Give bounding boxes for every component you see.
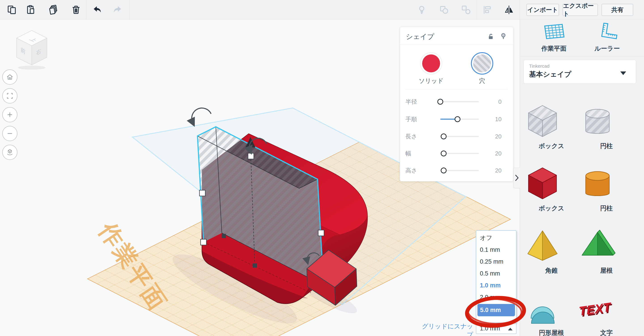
slider-width: 幅 20 (406, 149, 508, 158)
toolbar-separator (520, 0, 520, 20)
chevron-right-icon (514, 174, 520, 182)
sidebar-divider (520, 56, 644, 57)
hole-cylinder-icon (578, 103, 616, 139)
gallery-item-hole-box[interactable]: ボックス (524, 103, 580, 150)
caret-down-icon (620, 71, 626, 75)
gallery-item-roof[interactable]: 屋根 (578, 227, 634, 275)
tinkercad-editor: 作業平面 (0, 0, 644, 336)
delete-icon[interactable] (71, 5, 82, 15)
material-hole-option[interactable] (471, 52, 493, 75)
export-button[interactable]: エクスポート (562, 4, 598, 16)
shape-inspector-panel: シェイプ ソリッド 穴 半径 0 手順 10 (400, 27, 514, 182)
import-button[interactable]: インポート (526, 4, 559, 16)
sidebar-item-ruler[interactable]: ルーラー (582, 23, 633, 53)
lightbulb-icon[interactable] (499, 32, 507, 41)
box-icon (524, 165, 562, 202)
mirror-icon[interactable] (504, 5, 514, 15)
gallery-item-round-roof[interactable]: 円形屋根 (524, 289, 580, 336)
paste-icon[interactable] (25, 5, 36, 15)
unlock-icon[interactable] (487, 33, 494, 41)
ungroup-icon (461, 5, 471, 15)
text-shape-icon: TEXT TEXT (578, 289, 616, 326)
snap-option-0-5[interactable]: 0.5 mm (476, 268, 516, 280)
snap-option-0-25[interactable]: 0.25 mm (476, 256, 516, 268)
snap-to-grid-label: グリッドにスナップ (418, 322, 473, 336)
view-cube[interactable]: 上 前 右 (12, 27, 52, 71)
panel-title: シェイプ (406, 32, 434, 42)
caret-up-icon (508, 328, 512, 330)
zoom-out-button[interactable] (2, 126, 18, 141)
snap-option-off[interactable]: オフ (476, 232, 516, 244)
hole-swatch (473, 54, 491, 72)
toolbar-separator (129, 0, 130, 20)
snap-option-1-0-current[interactable]: 1.0 mm (476, 280, 516, 291)
slider-height: 高さ 20 (406, 166, 508, 175)
gallery-item-pyramid[interactable]: 角錐 (524, 227, 580, 275)
gallery-item-cylinder[interactable]: 円柱 (578, 165, 634, 213)
slider-steps: 手順 10 (406, 115, 508, 124)
hole-label: 穴 (464, 77, 500, 85)
snap-option-0-1[interactable]: 0.1 mm (476, 244, 516, 256)
material-solid-option[interactable] (420, 52, 442, 75)
slider-handle[interactable] (454, 116, 460, 122)
snap-grid-menu: オフ 0.1 mm 0.25 mm 0.5 mm 1.0 mm 2.0 mm 5… (476, 230, 516, 323)
copy-icon[interactable] (7, 5, 18, 15)
toolbar-separator (86, 0, 86, 20)
slider-handle[interactable] (438, 99, 443, 105)
duplicate-icon[interactable] (48, 5, 59, 15)
fit-view-button[interactable] (2, 88, 18, 103)
snap-option-2-0[interactable]: 2.0 mm (476, 291, 516, 303)
workplane-icon (542, 23, 566, 42)
roof-icon (578, 227, 616, 264)
slider-handle[interactable] (441, 133, 446, 139)
slider-handle[interactable] (441, 150, 446, 156)
sidebar-collapse-tab[interactable] (514, 167, 520, 188)
undo-icon[interactable] (92, 5, 103, 15)
slider-handle[interactable] (441, 167, 446, 173)
solid-swatch (422, 54, 440, 72)
round-roof-icon (524, 289, 562, 326)
slider-length: 長さ 20 (406, 132, 508, 141)
snap-grid-select[interactable]: 1.0 mm (476, 323, 516, 334)
ruler-icon (595, 23, 620, 42)
top-toolbar: インポート エクスポート 共有 (0, 0, 644, 20)
panel-divider (400, 45, 513, 45)
cylinder-icon (578, 165, 616, 202)
snap-option-5-0-highlighted[interactable]: 5.0 mm (478, 304, 515, 316)
slider-radius: 半径 0 (406, 97, 508, 106)
redo-icon (112, 5, 122, 15)
gallery-item-box[interactable]: ボックス (524, 165, 580, 213)
shape-category-select[interactable]: Tinkercad 基本シェイプ (524, 60, 636, 84)
hole-box-icon (524, 103, 562, 139)
light-preview-icon (416, 5, 427, 15)
home-view-button[interactable] (2, 69, 18, 85)
group-icon (439, 5, 450, 15)
sidebar-item-workplane[interactable]: 作業平面 (528, 23, 580, 53)
panel-divider (406, 89, 508, 90)
zoom-in-button[interactable] (2, 107, 18, 122)
toolbar-separator (477, 0, 477, 20)
solid-label: ソリッド (413, 77, 449, 85)
gallery-item-text[interactable]: TEXT TEXT 文字 (578, 289, 634, 336)
perspective-toggle-button[interactable] (2, 145, 18, 160)
shape-library-sidebar: 作業平面 ルーラー Tinkercad 基本シェイプ (520, 20, 644, 336)
share-button[interactable]: 共有 (602, 4, 633, 16)
align-icon (482, 5, 493, 15)
gallery-item-hole-cylinder[interactable]: 円柱 (578, 103, 634, 150)
slider-track[interactable] (440, 101, 479, 102)
pyramid-icon (524, 227, 562, 264)
